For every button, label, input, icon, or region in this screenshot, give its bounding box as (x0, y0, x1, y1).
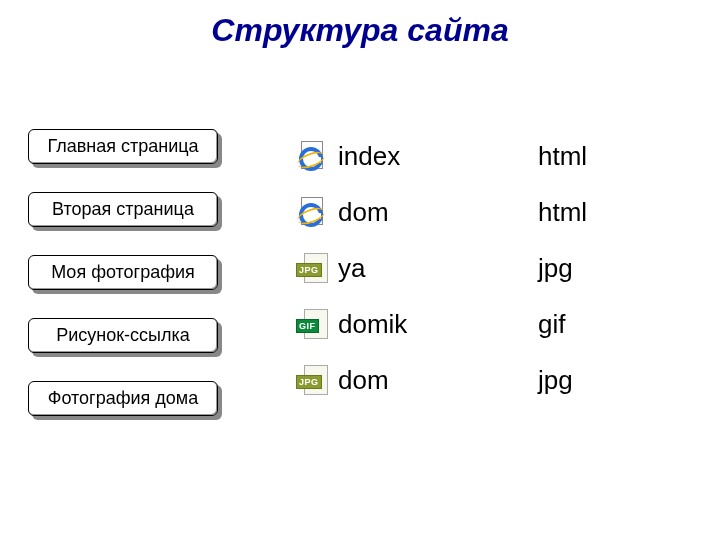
file-row: JPG ya jpg (288, 247, 720, 289)
ie-html-icon (299, 195, 327, 229)
file-name: index (338, 141, 538, 172)
nav-button-house-photo[interactable]: Фотография дома (28, 381, 218, 416)
jpg-badge-text: JPG (296, 375, 322, 389)
button-label: Фотография дома (28, 381, 218, 416)
button-label: Моя фотография (28, 255, 218, 290)
nav-buttons-column: Главная страница Вторая страница Моя фот… (0, 129, 288, 444)
button-label: Рисунок-ссылка (28, 318, 218, 353)
nav-button-second[interactable]: Вторая страница (28, 192, 218, 227)
file-name: domik (338, 309, 538, 340)
file-name: dom (338, 365, 538, 396)
gif-file-icon: GIF (296, 309, 330, 339)
file-extension: jpg (538, 253, 618, 284)
file-icon-cell (288, 139, 338, 173)
ie-html-icon (299, 139, 327, 173)
page-title: Структура сайта (0, 0, 720, 49)
file-icon-cell: GIF (288, 309, 338, 339)
file-list: index html dom html JPG ya jpg (288, 129, 720, 444)
nav-button-my-photo[interactable]: Моя фотография (28, 255, 218, 290)
jpg-file-icon: JPG (296, 253, 330, 283)
file-name: ya (338, 253, 538, 284)
jpg-badge-text: JPG (296, 263, 322, 277)
file-icon-cell: JPG (288, 365, 338, 395)
nav-button-image-link[interactable]: Рисунок-ссылка (28, 318, 218, 353)
file-row: GIF domik gif (288, 303, 720, 345)
button-label: Вторая страница (28, 192, 218, 227)
file-row: dom html (288, 191, 720, 233)
file-extension: html (538, 197, 618, 228)
file-row: JPG dom jpg (288, 359, 720, 401)
file-row: index html (288, 135, 720, 177)
button-label: Главная страница (28, 129, 218, 164)
file-icon-cell: JPG (288, 253, 338, 283)
nav-button-home[interactable]: Главная страница (28, 129, 218, 164)
file-name: dom (338, 197, 538, 228)
file-extension: html (538, 141, 618, 172)
file-extension: gif (538, 309, 618, 340)
file-extension: jpg (538, 365, 618, 396)
gif-badge-text: GIF (296, 319, 319, 333)
file-icon-cell (288, 195, 338, 229)
jpg-file-icon: JPG (296, 365, 330, 395)
content-area: Главная страница Вторая страница Моя фот… (0, 129, 720, 444)
